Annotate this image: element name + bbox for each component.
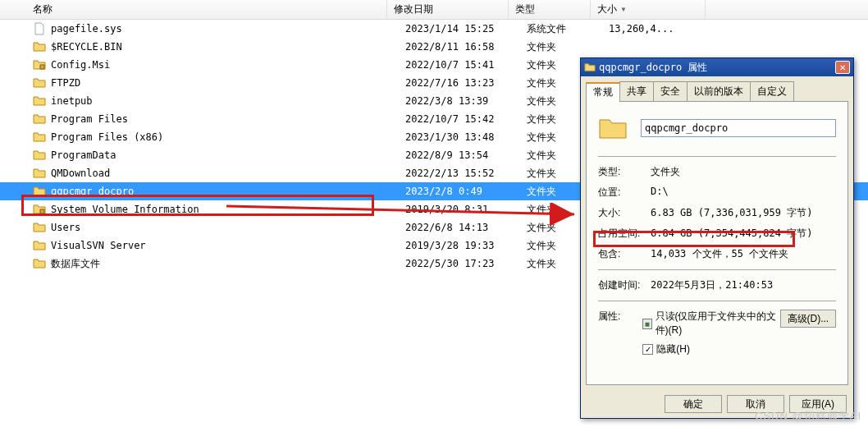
column-header-date-label: 修改日期	[394, 2, 433, 16]
file-date: 2023/1/30 13:48	[405, 131, 527, 143]
file-name: ProgramData	[51, 149, 405, 161]
file-row[interactable]: pagefile.sys2023/1/14 15:25系统文件13,260,4.…	[0, 20, 868, 38]
file-name: VisualSVN Server	[51, 240, 405, 251]
tab-strip: 常规 共享 安全 以前的版本 自定义	[581, 76, 853, 101]
value-created: 2022年5月3日，21:40:53	[651, 278, 836, 292]
column-header-size[interactable]: 大小 ▼	[591, 0, 706, 19]
label-size: 大小:	[598, 206, 651, 220]
svg-rect-0	[40, 65, 44, 69]
folder-icon	[33, 40, 46, 53]
label-attributes: 属性:	[598, 310, 642, 324]
column-header-name-label: 名称	[33, 2, 53, 16]
file-date: 2022/6/8 14:13	[405, 222, 527, 233]
file-date: 2019/3/28 19:33	[405, 240, 527, 251]
column-header-type[interactable]: 类型	[509, 0, 591, 19]
file-date: 2022/10/7 15:42	[405, 113, 527, 125]
file-date: 2022/8/9 13:54	[405, 149, 527, 161]
folder-name-input[interactable]	[641, 119, 836, 137]
hidden-checkbox-row[interactable]: ✓ 隐藏(H)	[642, 342, 780, 356]
file-date: 2023/2/8 0:49	[405, 186, 527, 197]
file-icon	[33, 22, 46, 35]
value-size: 6.83 GB (7,336,031,959 字节)	[651, 206, 836, 220]
folder-lock-icon	[33, 58, 46, 71]
file-date: 2022/7/16 13:23	[405, 77, 527, 89]
column-header-row: 名称 修改日期 类型 大小 ▼	[0, 0, 868, 20]
column-header-size-label: 大小	[597, 2, 617, 16]
file-name: Program Files	[51, 113, 405, 125]
value-contains: 14,033 个文件，55 个文件夹	[651, 247, 836, 261]
big-folder-icon	[598, 113, 628, 143]
file-name: Users	[51, 222, 405, 233]
folder-icon	[33, 149, 46, 162]
dialog-body: 类型: 文件夹 位置: D:\ 大小: 6.83 GB (7,336,031,9…	[586, 101, 848, 385]
hidden-checkbox[interactable]: ✓	[642, 344, 653, 355]
file-name: inetpub	[51, 95, 405, 107]
file-name: pagefile.sys	[51, 23, 405, 34]
ok-button[interactable]: 确定	[665, 395, 722, 413]
advanced-button[interactable]: 高级(D)...	[780, 310, 836, 328]
dialog-title: qqpcmgr_docpro 属性	[599, 61, 835, 75]
file-name: 数据库文件	[51, 257, 405, 271]
folder-icon	[33, 257, 46, 270]
folder-icon	[33, 112, 46, 126]
file-name: $RECYCLE.BIN	[51, 41, 405, 53]
column-header-name[interactable]: 名称	[0, 0, 387, 19]
folder-icon	[33, 131, 46, 144]
folder-icon	[33, 94, 46, 108]
readonly-checkbox-row[interactable]: ■ 只读(仅应用于文件夹中的文件)(R)	[642, 310, 780, 337]
label-type: 类型:	[598, 165, 651, 179]
file-type: 文件夹	[527, 40, 609, 54]
file-name: QMDownload	[51, 168, 405, 179]
file-date: 2022/2/13 15:52	[405, 168, 527, 179]
file-name: FTPZD	[51, 77, 405, 89]
file-date: 2022/5/30 17:23	[405, 258, 527, 269]
label-created: 创建时间:	[598, 278, 651, 292]
hidden-label: 隐藏(H)	[656, 342, 690, 356]
tab-previous-versions[interactable]: 以前的版本	[687, 81, 751, 101]
dialog-titlebar[interactable]: qqpcmgr_docpro 属性 ✕	[581, 58, 853, 76]
folder-icon	[584, 62, 596, 73]
file-size: 13,260,4...	[609, 23, 724, 34]
column-header-date[interactable]: 修改日期	[387, 0, 509, 19]
label-contains: 包含:	[598, 247, 651, 261]
cancel-button[interactable]: 取消	[727, 395, 784, 413]
folder-icon	[33, 167, 46, 180]
file-date: 2022/8/11 16:58	[405, 41, 527, 53]
file-name: Program Files (x86)	[51, 131, 405, 143]
file-date: 2019/3/20 8:31	[405, 204, 527, 215]
file-row[interactable]: $RECYCLE.BIN2022/8/11 16:58文件夹	[0, 38, 868, 56]
folder-icon	[33, 239, 46, 252]
svg-rect-1	[40, 209, 44, 214]
folder-icon	[33, 221, 46, 234]
readonly-checkbox[interactable]: ■	[642, 319, 651, 329]
value-type: 文件夹	[651, 165, 836, 179]
label-size-on-disk: 占用空间:	[598, 227, 651, 241]
sort-indicator-icon: ▼	[620, 6, 627, 13]
file-name: qqpcmgr_docpro	[51, 186, 405, 197]
tab-share[interactable]: 共享	[619, 81, 654, 101]
tab-general[interactable]: 常规	[586, 82, 620, 102]
folder-lock-icon	[33, 203, 46, 216]
file-date: 2022/3/8 13:39	[405, 95, 527, 107]
value-location: D:\	[651, 186, 836, 200]
tab-custom[interactable]: 自定义	[750, 81, 794, 101]
properties-dialog: qqpcmgr_docpro 属性 ✕ 常规 共享 安全 以前的版本 自定义 类…	[580, 57, 854, 419]
readonly-label: 只读(仅应用于文件夹中的文件)(R)	[656, 310, 780, 337]
value-size-on-disk: 6.84 GB (7,354,445,824 字节)	[651, 227, 836, 241]
file-date: 2023/1/14 15:25	[405, 23, 527, 34]
folder-icon	[33, 185, 46, 198]
file-date: 2022/10/7 15:41	[405, 59, 527, 71]
close-button[interactable]: ✕	[835, 61, 850, 74]
folder-icon	[33, 76, 46, 90]
label-location: 位置:	[598, 186, 651, 200]
apply-button[interactable]: 应用(A)	[789, 395, 847, 413]
dialog-button-row: 确定 取消 应用(A)	[581, 390, 853, 418]
tab-security[interactable]: 安全	[653, 81, 688, 101]
column-header-type-label: 类型	[515, 2, 535, 16]
file-name: System Volume Information	[51, 204, 405, 215]
file-type: 系统文件	[527, 22, 609, 36]
file-name: Config.Msi	[51, 59, 405, 71]
